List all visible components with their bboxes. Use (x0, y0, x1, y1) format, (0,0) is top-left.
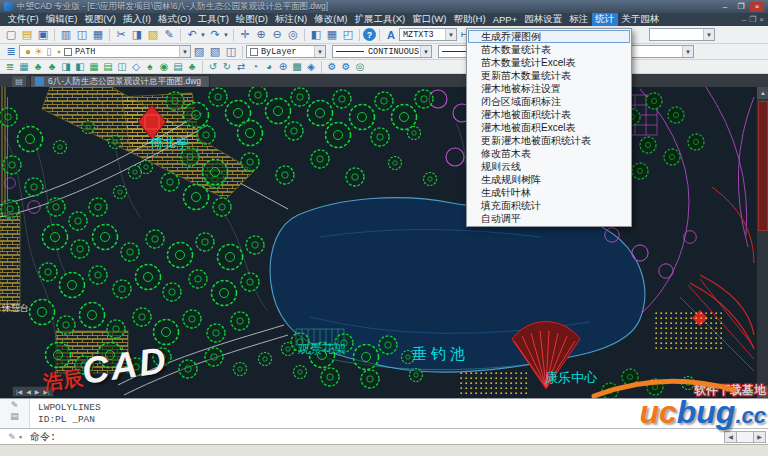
combo-arrow-icon[interactable]: ▼ (179, 46, 190, 57)
redo-icon[interactable]: ↷ (207, 28, 223, 42)
command-list-icon[interactable]: ▤ (10, 412, 19, 421)
swap-tool-icon[interactable]: ⇄ (234, 60, 248, 74)
menu-item-generate-legend[interactable]: 生成乔灌图例 (468, 30, 630, 43)
menu-about-garden[interactable]: 关于园林 (618, 13, 663, 26)
refresh-tool-icon[interactable]: ◎ (353, 60, 367, 74)
tree-group-icon[interactable]: ◉ (157, 60, 171, 74)
menu-item-regular-cloud-line[interactable]: 规则云线 (468, 160, 630, 173)
pan-icon[interactable]: ✛ (237, 28, 253, 42)
menu-item-generate-tree-array[interactable]: 生成规则树阵 (468, 173, 630, 186)
menu-tools[interactable]: 工具(T) (194, 13, 232, 26)
menu-draw[interactable]: 绘图(D) (232, 13, 271, 26)
color-combo[interactable]: ByLayer ▼ (246, 45, 326, 58)
shrub-plant-icon[interactable]: ♣ (45, 60, 59, 74)
menu-item-edit-plant-table[interactable]: 修改苗木表 (468, 147, 630, 160)
vertical-scrollbar[interactable]: ▲ ▼ (756, 87, 768, 398)
mdi-restore-button[interactable]: ❐ (749, 15, 756, 24)
menu-item-generate-conifer-forest[interactable]: 生成针叶林 (468, 186, 630, 199)
next-layout-icon[interactable]: ▶ (35, 389, 40, 395)
flowerbed-icon[interactable]: ▤ (101, 60, 115, 74)
layer-freeze-sun-icon[interactable]: ☀ (33, 45, 44, 59)
scroll-right-icon[interactable]: ▶ (753, 431, 766, 443)
menu-item-plant-count-table[interactable]: 苗木数量统计表 (468, 43, 630, 56)
scrollbar-thumb[interactable] (758, 101, 768, 231)
hedge-icon[interactable]: ◨ (59, 60, 73, 74)
prompt-pencil-icon[interactable]: ✎ (8, 432, 16, 442)
viewport-split-icon[interactable]: ◰ (340, 28, 356, 42)
menu-format[interactable]: 格式(O) (154, 13, 194, 26)
tree-row-icon[interactable]: ♠ (143, 60, 157, 74)
minimize-button[interactable]: – (718, 2, 732, 12)
hatch-tool-icon[interactable]: ▩ (290, 60, 304, 74)
combo-arrow-icon[interactable]: ▼ (445, 29, 456, 40)
new-icon[interactable]: ▢ (3, 28, 19, 42)
drawing-canvas[interactable]: 倚北亭 观景花架 垂钓池 康乐中心 休憩台 ▲ ▼ |◀ ◀ ▶ ▶| (0, 87, 768, 398)
layer-on-bulb-icon[interactable]: ● (23, 45, 33, 59)
maximize-button[interactable]: ❐ (734, 2, 748, 12)
menu-item-update-shrub-area[interactable]: 更新灌木地被面积统计表 (468, 134, 630, 147)
drawing-svg[interactable]: 倚北亭 观景花架 垂钓池 康乐中心 休憩台 (0, 87, 756, 398)
scroll-down-icon[interactable]: ▼ (757, 386, 768, 398)
insert-block-icon[interactable]: ⊕ (276, 60, 290, 74)
undo-icon[interactable]: ↶ (184, 28, 200, 42)
menu-item-shrub-label-settings[interactable]: 灌木地被标注设置 (468, 82, 630, 95)
horizontal-scrollbar[interactable]: ◀ ▶ (724, 431, 766, 443)
menu-file[interactable]: 文件(F) (4, 13, 42, 26)
planting-grid-icon[interactable]: ◫ (115, 60, 129, 74)
command-history-window[interactable]: ✎ ▤ LWPOLYLINES ID:PL _PAN (0, 398, 768, 428)
tab-list-icon[interactable]: ▤ (12, 76, 26, 87)
layout-tab-nav[interactable]: |◀ ◀ ▶ ▶| (12, 386, 54, 397)
document-tab[interactable]: 6八-人防生态公园景观设计总平面图.dwg (30, 75, 210, 87)
close-button[interactable]: × (750, 2, 764, 12)
layer-states-icon[interactable]: ◫ (223, 45, 239, 59)
legend-tool-icon[interactable]: ◈ (304, 60, 318, 74)
settings-gear-icon[interactable]: ⚙ (325, 60, 339, 74)
viewport-single-icon[interactable]: ◧ (308, 28, 324, 42)
paste-icon[interactable]: ▧ (145, 28, 161, 42)
layer-lock-icon[interactable]: ▯ (44, 45, 54, 59)
viewport-grid-icon[interactable]: ▦ (324, 28, 340, 42)
mdi-minimize-button[interactable]: – (742, 15, 746, 24)
zoom-window-icon[interactable]: ⊖ (269, 28, 285, 42)
zoom-previous-icon[interactable]: ◎ (285, 28, 301, 42)
label-plant-icon[interactable]: ▤ (171, 60, 185, 74)
combo-arrow-icon[interactable]: ▼ (703, 29, 714, 40)
scroll-left-icon[interactable]: ◀ (724, 431, 737, 443)
menu-item-shrub-area-table[interactable]: 灌木地被面积统计表 (468, 108, 630, 121)
save-icon[interactable]: ▣ (35, 28, 51, 42)
menu-app-plus[interactable]: APP+ (489, 13, 521, 26)
tree-plant-icon[interactable]: ♣ (31, 60, 45, 74)
plant-list-icon[interactable]: ≣ (3, 60, 17, 74)
conifer-icon[interactable]: ♣ (185, 60, 199, 74)
menu-help[interactable]: 帮助(H) (450, 13, 489, 26)
layer-isolate-icon[interactable]: ▧ (207, 45, 223, 59)
area-query-icon[interactable]: ◔ (248, 60, 262, 74)
menu-dimension[interactable]: 标注(N) (272, 13, 311, 26)
options-gear-icon[interactable]: ⚙ (339, 60, 353, 74)
menu-item-hatch-area-statistics[interactable]: 填充面积统计 (468, 199, 630, 212)
redo-dropdown-icon[interactable]: ▼ (223, 32, 230, 38)
menu-item-auto-level[interactable]: 自动调平 (468, 212, 630, 225)
copy-icon[interactable]: ◨ (129, 28, 145, 42)
plot-icon[interactable]: ▦ (90, 28, 106, 42)
combo-arrow-icon[interactable]: ▼ (420, 46, 431, 57)
command-prompt-bar[interactable]: ✎ ▪ 命令: ◀ ▶ (0, 428, 768, 444)
menu-item-shrub-area-excel[interactable]: 灌木地被面积Excel表 (468, 121, 630, 134)
menu-express-tools[interactable]: 扩展工具(X) (351, 13, 409, 26)
area-fill-icon[interactable]: ◕ (262, 60, 276, 74)
match-properties-icon[interactable]: ✎ (161, 28, 177, 42)
undo-dropdown-icon[interactable]: ▼ (200, 32, 207, 38)
command-edit-icon[interactable]: ✎ (11, 401, 19, 410)
menu-view[interactable]: 视图(V) (81, 13, 120, 26)
mdi-close-button[interactable]: × (759, 15, 764, 24)
last-layout-icon[interactable]: ▶| (43, 389, 49, 395)
combo-arrow-icon[interactable]: ▼ (682, 46, 693, 57)
plant-area-icon[interactable]: ▦ (17, 60, 31, 74)
first-layout-icon[interactable]: |◀ (16, 389, 22, 395)
menu-item-plant-count-excel[interactable]: 苗木数量统计Excel表 (468, 56, 630, 69)
cut-icon[interactable]: ✂ (113, 28, 129, 42)
menu-item-closed-area-label[interactable]: 闭合区域面积标注 (468, 95, 630, 108)
groundcover-icon[interactable]: ▦ (87, 60, 101, 74)
layer-combo[interactable]: ● ☀ ▯ ▪ PATH ▼ (19, 45, 191, 58)
combo-arrow-icon[interactable]: ▼ (314, 46, 325, 57)
